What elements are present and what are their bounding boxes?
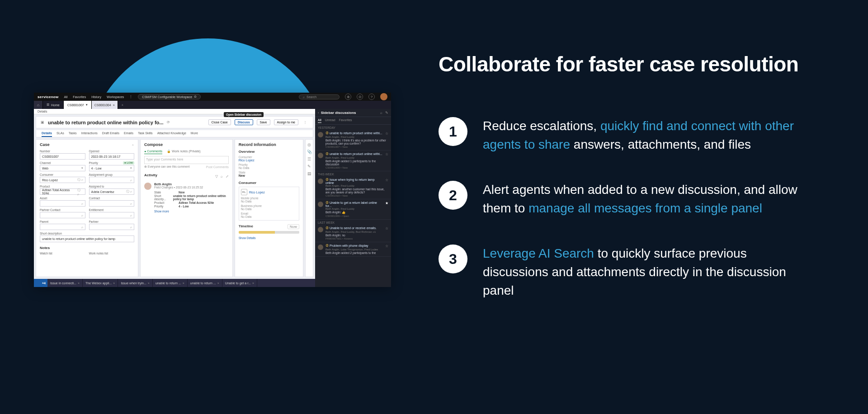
rail-agent-icon[interactable]: ✎ <box>307 164 311 169</box>
details-tab[interactable]: Details <box>34 109 315 114</box>
compose-tab-worknotes[interactable]: 🔒 Work notes (Private) <box>167 150 201 154</box>
rectab-knowledge[interactable]: Attached Knowledge <box>157 130 186 137</box>
compose-input[interactable]: Type your Comments here <box>144 156 229 164</box>
show-more-link[interactable]: Show more <box>154 210 229 213</box>
nav-favorites[interactable]: Favorites <box>73 95 86 99</box>
tab-add[interactable]: + <box>118 101 127 109</box>
entitlement-field[interactable]: ⌕ <box>89 212 135 218</box>
channel-field[interactable]: Web▾ <box>40 165 85 171</box>
rectab-details[interactable]: Details <box>42 130 52 137</box>
tab-cs0001007[interactable]: CS0001007 ▾ <box>64 101 92 109</box>
chevron-left-icon[interactable]: ‹ <box>318 111 319 115</box>
star-icon[interactable]: ☆ <box>385 244 388 248</box>
footer-tab[interactable]: The Webex appli...× <box>83 279 118 287</box>
nav-history[interactable]: History <box>91 95 101 99</box>
sbtab-all[interactable]: All <box>318 118 321 123</box>
consumer-link[interactable]: Rico Lopez <box>239 159 255 162</box>
discussion-item[interactable]: ⦿ Problem with phone display☆Beth Anglin… <box>315 242 391 257</box>
contract-field[interactable]: ⌕ <box>89 200 135 207</box>
sidebar-new-icon[interactable]: ✎ <box>385 111 388 115</box>
search-icon[interactable]: ⌕ <box>221 174 223 179</box>
scope-icon[interactable]: ⊕ <box>345 94 351 100</box>
tab-home[interactable]: ☰ Home <box>43 101 64 109</box>
star-icon[interactable]: ☆ <box>385 178 388 182</box>
discuss-button[interactable]: Discuss Open Sidebar discussion <box>235 119 253 125</box>
activity-heading: Activity <box>144 173 157 177</box>
star-icon[interactable]: ☆ <box>385 132 388 136</box>
filter-icon[interactable]: ▽ <box>215 174 218 179</box>
close-case-button[interactable]: Close Case <box>208 119 231 125</box>
close-icon[interactable]: × <box>113 104 115 107</box>
rail-doc-icon[interactable]: ▤ <box>307 171 311 176</box>
nav-all[interactable]: All <box>64 95 68 99</box>
rectab-more[interactable]: More <box>191 130 198 137</box>
rail-template-icon[interactable]: ☰ <box>307 157 311 161</box>
sbtab-unread[interactable]: Unread <box>325 118 335 123</box>
sidebar-search-icon[interactable]: ⌕ <box>380 111 382 115</box>
partner-field[interactable]: ⌕ <box>89 224 135 230</box>
nav-workspaces[interactable]: Workspaces <box>107 95 124 99</box>
discussion-item[interactable]: ⦿ Issue when trying to return lamp onlin… <box>315 176 391 199</box>
user-avatar[interactable] <box>380 93 387 100</box>
star-icon[interactable]: ★ <box>385 201 388 205</box>
list-icon: ☰ <box>47 103 49 107</box>
discussion-item[interactable]: ⦿ Unable to send or receive emails.☆Beth… <box>315 225 391 242</box>
notif-icon[interactable]: ⊙ <box>357 94 363 100</box>
refresh-icon[interactable]: ⟳ <box>167 120 170 124</box>
assignment-group-field[interactable]: ⌕ <box>89 177 135 183</box>
short-description-field[interactable]: unable to return product online within p… <box>40 235 134 242</box>
star-icon[interactable]: ☆ <box>385 152 388 156</box>
star-icon[interactable]: ☆ <box>385 226 388 231</box>
save-button[interactable]: Save <box>257 119 270 125</box>
feature-3: 3 Leverage AI Search to quickly surface … <box>439 245 809 300</box>
nav-more-icon[interactable]: ⋮ <box>129 95 132 99</box>
home-icon[interactable]: ⌂ <box>34 101 43 109</box>
global-search[interactable]: ⌕ Search <box>299 94 340 99</box>
discussion-avatar <box>318 202 323 207</box>
footer-tab[interactable]: Unable to get a r...× <box>222 279 257 287</box>
discussion-item[interactable]: ⦿ Unable to get a return label online fo… <box>315 199 391 220</box>
rectab-emails[interactable]: Emails <box>124 130 133 137</box>
footer-tab[interactable]: Issue in connecti...× <box>47 279 83 287</box>
more-actions-icon[interactable]: ⋮ <box>302 120 308 124</box>
show-details-link[interactable]: Show Details <box>239 236 299 240</box>
rectab-slas[interactable]: SLAs <box>57 130 64 137</box>
asset-field[interactable]: ⌕ <box>40 200 85 207</box>
footer-tab[interactable]: unable to return ...× <box>153 279 188 287</box>
rail-record-icon[interactable]: ◎ <box>307 142 311 147</box>
consumer-card-link[interactable]: Rico Lopez <box>249 191 265 194</box>
workspace-pill[interactable]: CSM/FSM Configurable Workspace ⊙ <box>138 94 201 99</box>
assign-to-me-button[interactable]: Assign to me <box>274 119 298 125</box>
rectab-interactions[interactable]: Interactions <box>81 130 98 137</box>
feature-1-num: 1 <box>439 117 467 146</box>
timeline-bar <box>239 231 299 234</box>
subtab-cs0001004[interactable]: CS0001004 × <box>92 101 118 109</box>
logo[interactable]: servicenow <box>38 95 59 99</box>
priority-field[interactable]: 4 - Low▾ <box>89 165 135 171</box>
consumer-field[interactable]: Rico Lopezⓘ ⌕ <box>40 177 85 183</box>
rectab-tasks[interactable]: Tasks <box>69 130 77 137</box>
discussion-item[interactable]: ⦿ unable to return product online withi.… <box>315 130 391 151</box>
number-field[interactable]: CS0001007 <box>40 153 85 160</box>
discussion-item[interactable]: ⦿ unable to return product online withi.… <box>315 151 391 171</box>
consumer-card: RL Rico Lopez Mobile phoneNo Data Busine… <box>239 187 299 221</box>
sbtab-favorites[interactable]: Favorites <box>339 118 352 123</box>
partner-contact-field[interactable]: ⌕ <box>40 212 85 218</box>
assigned-to-field[interactable]: Adela Cervantszⓘ ⌕ <box>89 188 135 195</box>
help-icon[interactable]: ? <box>368 94 375 100</box>
collapse-icon[interactable]: ⌃ <box>132 144 134 148</box>
footer-count[interactable]: +4 <box>34 279 47 287</box>
footer-tab[interactable]: unable to return ...× <box>188 279 222 287</box>
compose-tab-comments[interactable]: ● Comments <box>144 150 162 154</box>
footer-tab[interactable]: Issue when tryin...× <box>118 279 153 287</box>
notes-heading: Notes <box>40 246 134 250</box>
expand-icon[interactable]: ⤢ <box>226 174 229 179</box>
rectab-taskskills[interactable]: Task Skills <box>138 130 153 137</box>
rail-attach-icon[interactable]: 📎 <box>307 150 312 154</box>
opened-field[interactable]: 2022-06-23 16:18:17 <box>89 153 135 160</box>
compose-activity-panel: Compose ● Comments 🔒 Work notes (Private… <box>140 139 233 277</box>
product-field[interactable]: Adtran Total Access 924eⓘ ⌕ <box>40 188 85 195</box>
rectab-draftemails[interactable]: Draft Emails <box>102 130 119 137</box>
parent-field[interactable]: ⌕ <box>40 224 85 230</box>
post-comments-button[interactable]: Post Comments <box>206 165 229 169</box>
